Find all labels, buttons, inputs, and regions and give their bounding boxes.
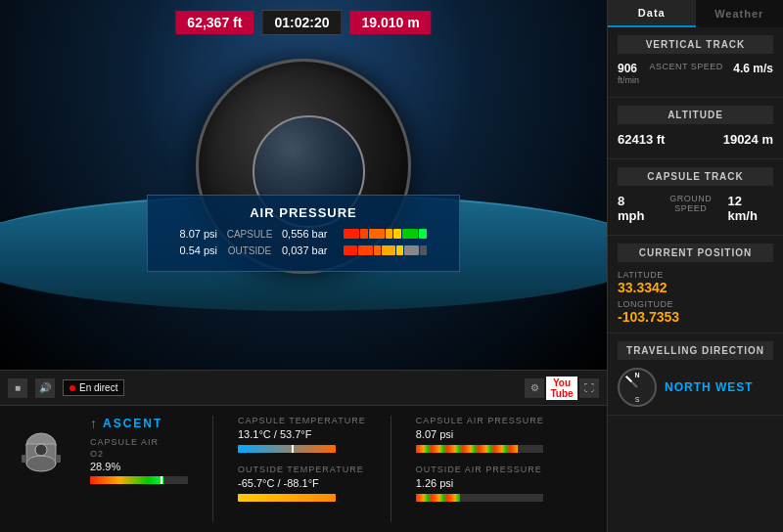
- svg-point-2: [26, 456, 56, 471]
- current-position-section: CURRENT POSITION LATITUDE 33.3342 LONGIT…: [608, 236, 783, 333]
- svg-point-5: [35, 444, 47, 456]
- temperature-group: CAPSULE TEMPERATURE 13.1°C / 53.7°F OUTS…: [238, 416, 366, 522]
- capsule-svg: [17, 430, 66, 489]
- youtube-button[interactable]: You Tube: [552, 378, 572, 398]
- o2-value: 28.9%: [90, 461, 188, 472]
- video-section: 62,367 ft 01:02:20 19.010 m AIR PRESSURE…: [0, 0, 607, 532]
- latitude-label: LATITUDE: [618, 270, 773, 280]
- live-dot: [69, 385, 75, 391]
- svg-rect-3: [22, 455, 26, 463]
- vertical-track-row: 906 ft/min ASCENT SPEED 4.6 m/s: [618, 62, 773, 85]
- vertical-track-section: VERTICAL TRACK 906 ft/min ASCENT SPEED 4…: [608, 27, 783, 98]
- altitude-row: 62413 ft 19024 m: [618, 132, 773, 147]
- outside-temp-label: OUTSIDE TEMPERATURE: [238, 465, 366, 474]
- outside-psi-value: 0.54 psi: [163, 244, 217, 256]
- ascent-group: ↑ ASCENT CAPSULE AIR O2 28.9%: [90, 416, 188, 522]
- capsule-pressure-bar-bottom: [416, 445, 543, 453]
- ascent-rate-unit: ft/min: [618, 75, 639, 85]
- capsule-label: CAPSULE: [225, 229, 274, 240]
- latitude-value: 33.3342: [618, 280, 773, 295]
- capsule-track-section: CAPSULE TRACK 8 mph GROUND SPEED 12 km/h: [608, 159, 783, 236]
- altitude-ft-badge: 62,367 ft: [175, 11, 253, 34]
- outside-pressure-value: 1.26 psi: [416, 477, 553, 489]
- altitude-ft-panel: 62413 ft: [618, 132, 665, 147]
- outside-pressure-bar-bottom: [416, 494, 543, 502]
- ground-speed-label: GROUND SPEED: [654, 194, 728, 213]
- tab-data[interactable]: Data: [608, 0, 696, 27]
- time-badge: 01:02:20: [261, 10, 342, 35]
- outside-temp-bar: [238, 494, 336, 502]
- outside-pressure-label: OUTSIDE AIR PRESSURE: [416, 465, 553, 474]
- helmet-silhouette: [166, 39, 440, 332]
- capsule-air-label: CAPSULE AIR: [90, 437, 188, 447]
- divider-1: [212, 416, 213, 522]
- capsule-speed-kmh-group: 12 km/h: [728, 194, 773, 223]
- capsule-pressure-value: 8.07 psi: [416, 428, 553, 440]
- o2-label: O2: [90, 449, 188, 459]
- outside-label: OUTSIDE: [225, 245, 274, 256]
- ascent-speed-group: ASCENT SPEED: [649, 62, 722, 71]
- travelling-direction-title: TRAVELLING DIRECTION: [618, 341, 773, 360]
- capsule-speed-mph-group: 8 mph: [618, 194, 654, 223]
- longitude-value: -103.7353: [618, 309, 773, 325]
- bottom-info-bar: ↑ ASCENT CAPSULE AIR O2 28.9% CAPSULE TE…: [0, 405, 607, 532]
- capsule-icon-container: [12, 430, 70, 489]
- ascent-title: ↑ ASCENT: [90, 416, 188, 431]
- outside-pbar-fill: [416, 494, 461, 502]
- ascent-speed-label: ASCENT SPEED: [649, 62, 722, 71]
- o2-gauge-bar: [90, 476, 188, 484]
- vertical-track-title: VERTICAL TRACK: [618, 35, 773, 54]
- divider-2: [391, 416, 392, 522]
- live-badge: En direct: [63, 379, 124, 396]
- ascent-arrow-icon: ↑: [90, 416, 99, 431]
- o2-gauge-fill: [90, 476, 163, 484]
- compass-s-label: S: [635, 396, 640, 403]
- fullscreen-button[interactable]: ⛶: [579, 378, 599, 398]
- pressure-group: CAPSULE AIR PRESSURE 8.07 psi OUTSIDE AI…: [416, 416, 553, 522]
- altitude-section: ALTITUDE 62413 ft 19024 m: [608, 98, 783, 159]
- live-label: En direct: [79, 382, 117, 393]
- capsule-temp-value: 13.1°C / 53.7°F: [238, 428, 366, 440]
- current-position-title: CURRENT POSITION: [618, 244, 773, 262]
- ground-speed-group: GROUND SPEED: [654, 194, 728, 213]
- capsule-pressure-label: CAPSULE AIR PRESSURE: [416, 416, 553, 425]
- direction-value: NORTH WEST: [665, 380, 754, 394]
- svg-rect-4: [56, 455, 61, 463]
- capsule-track-title: CAPSULE TRACK: [618, 167, 773, 186]
- capsule-pbar-fill: [416, 445, 518, 453]
- video-wrapper: 62,367 ft 01:02:20 19.010 m AIR PRESSURE…: [0, 0, 607, 370]
- ascent-speed-value: 4.6 m/s: [733, 62, 773, 75]
- stop-button[interactable]: ■: [8, 378, 27, 398]
- altitude-title: ALTITUDE: [618, 106, 773, 124]
- air-pressure-overlay: AIR PRESSURE 8.07 psi CAPSULE 0,556 bar: [147, 195, 460, 272]
- volume-button[interactable]: 🔊: [35, 378, 55, 398]
- panel-tabs: Data Weather: [608, 0, 783, 27]
- settings-button[interactable]: ⚙: [525, 378, 544, 398]
- capsule-speed-mph: 8 mph: [618, 194, 654, 223]
- youtube-logo: You Tube: [546, 377, 576, 400]
- capsule-psi-value: 8.07 psi: [163, 228, 217, 240]
- compass-n-label: N: [634, 372, 639, 378]
- ascent-speed-value-group: 4.6 m/s: [733, 62, 773, 75]
- tab-weather[interactable]: Weather: [696, 0, 784, 27]
- ascent-rate-group: 906 ft/min: [618, 62, 639, 85]
- altitude-m-panel: 19024 m: [723, 132, 773, 147]
- outside-pressure-row: 0.54 psi OUTSIDE 0,037 bar: [163, 244, 443, 256]
- capsule-temp-label: CAPSULE TEMPERATURE: [238, 416, 366, 425]
- altitude-m-badge: 19.010 m: [349, 11, 431, 34]
- ascent-rate-value: 906: [618, 62, 639, 75]
- right-panel: Data Weather VERTICAL TRACK 906 ft/min A…: [607, 0, 783, 532]
- capsule-pressure-row: 8.07 psi CAPSULE 0,556 bar: [163, 228, 443, 240]
- outside-pressure-bar: [344, 245, 427, 255]
- compass: N S: [618, 368, 657, 407]
- outside-temp-value: -65.7°C / -88.1°F: [238, 477, 366, 489]
- air-pressure-title: AIR PRESSURE: [163, 205, 443, 220]
- capsule-temp-bar: [238, 445, 336, 453]
- capsule-speed-kmh: 12 km/h: [728, 194, 773, 223]
- capsule-track-row: 8 mph GROUND SPEED 12 km/h: [618, 194, 773, 223]
- capsule-bar-value: 0,556 bar: [282, 228, 336, 240]
- compass-container: N S NORTH WEST: [618, 368, 773, 407]
- longitude-label: LONGITUDE: [618, 299, 773, 309]
- video-controls: ■ 🔊 En direct ⚙ You Tube ⛶: [0, 370, 607, 405]
- capsule-pressure-bar: [344, 229, 427, 239]
